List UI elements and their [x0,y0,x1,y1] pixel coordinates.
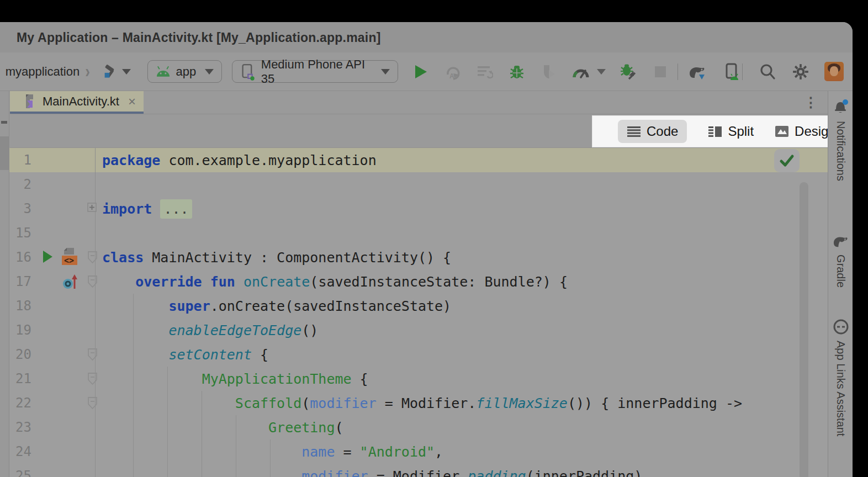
line-number: 25 [9,468,31,477]
code-text: import ... [31,201,192,217]
line-number: 3 [9,201,31,216]
code-token: enableEdgeToEdge [168,322,301,338]
sidebar-item-notifications[interactable]: Notifications [828,98,853,181]
code-token: import [102,201,152,217]
run-button[interactable] [411,62,430,81]
line-number: 20 [9,347,31,362]
code-line-20[interactable]: 20 setContent { [9,342,828,367]
code-line-23[interactable]: 23 Greeting( [9,415,828,439]
tab-title: MainActivity.kt [43,94,119,109]
view-mode-design[interactable]: Design [775,124,836,139]
device-manager-button[interactable] [722,62,741,81]
fold-collapse-icon[interactable] [87,275,98,288]
stop-button[interactable] [651,62,670,81]
fold-collapse-icon[interactable] [87,251,98,264]
attach-debugger-button[interactable] [619,62,638,81]
sync-gradle-button[interactable] [688,62,707,81]
device-phone-icon [240,62,256,81]
tab-close-icon[interactable]: × [128,95,136,108]
code-line-18[interactable]: 18 super.onCreate(savedInstanceState) [9,294,828,318]
module-selector-label: app [176,65,197,79]
code-token: com.example.myapplication [160,152,376,168]
sidebar-item-app-links[interactable]: App Links Assistant [828,319,853,436]
code-token: override [135,274,202,290]
code-token: = Modifier. [368,468,468,477]
line-number: 19 [9,322,31,338]
code-line-24[interactable]: 24 name = "Android", [9,439,828,464]
code-line-1[interactable]: 1package com.example.myapplication [9,148,828,172]
kotlin-class-gutter-icon: <> [57,247,78,267]
svg-text:<>: <> [64,256,74,266]
overrides-method-gutter-icon[interactable] [62,273,80,291]
code-text: modifier = Modifier.padding(innerPadding… [31,468,642,477]
code-token: padding [468,468,526,477]
code-line-15[interactable]: 15 [9,221,828,245]
sidebar-item-gradle[interactable]: Gradle [828,234,853,288]
build-dropdown-caret[interactable] [122,69,131,75]
code-token [202,274,210,290]
apply-changes-restart-button[interactable]: A [443,62,462,81]
apply-code-changes-button[interactable] [475,62,494,81]
toolbar-separator [742,63,743,80]
breadcrumb-chevron-icon: › [85,61,90,82]
code-text: Greeting( [31,420,343,436]
settings-gear-icon[interactable] [791,62,810,81]
stripe-dash-icon [1,121,7,124]
code-token [102,420,268,436]
code-text: name = "Android", [31,444,443,460]
editor-options-kebab-icon[interactable]: ⋮ [804,94,828,110]
code-editor[interactable]: 1package com.example.myapplication23impo… [9,148,828,477]
android-icon [156,66,171,78]
code-token [102,395,235,411]
build-hammer-icon[interactable] [101,62,119,81]
code-line-21[interactable]: 21 MyApplicationTheme { [9,367,828,391]
gutter-separator [95,148,96,477]
device-selector[interactable]: Medium Phone API 35 [232,60,398,83]
main-toolbar: › myapplication › app [0,52,853,91]
line-number: 24 [9,444,31,459]
module-selector[interactable]: app [147,60,223,83]
fold-expand-icon[interactable] [87,203,97,212]
code-line-22[interactable]: 22 Scaffold(modifier = Modifier.fillMaxS… [9,391,828,415]
code-line-17[interactable]: 17 override fun onCreate(savedInstanceSt… [9,269,828,294]
profiler-dropdown-caret[interactable] [597,69,606,75]
stripe-block [0,136,9,170]
code-token: ( [335,420,343,436]
run-shield-button[interactable] [539,62,558,81]
code-token [102,347,168,363]
code-token [102,298,168,314]
search-icon[interactable] [758,62,777,81]
view-mode-code[interactable]: Code [618,120,687,143]
module-dropdown-caret [205,69,214,75]
code-line-3[interactable]: 3import ... [9,197,828,221]
kotlin-file-icon [22,94,37,109]
code-line-19[interactable]: 19 enableEdgeToEdge() [9,318,828,342]
device-selector-label: Medium Phone API 35 [261,57,372,86]
window-title: My Application – MainActivity.kt [My_App… [17,22,381,54]
user-avatar[interactable] [824,62,844,81]
code-line-16[interactable]: 16class MainActivity : ComponentActivity… [9,245,828,269]
code-token: () [301,322,318,338]
code-line-2[interactable]: 2 [9,172,828,197]
code-lines: 1package com.example.myapplication23impo… [9,148,828,477]
code-token: onCreate [244,274,310,290]
stripe-label-gradle: Gradle [834,255,847,288]
line-number: 22 [9,395,31,411]
inspection-status-widget[interactable] [774,149,800,172]
profiler-button[interactable] [571,62,590,81]
left-tool-stripe [0,91,9,477]
code-token [102,371,202,387]
run-class-gutter-icon[interactable] [42,250,54,263]
code-token: ()) { innerPadding -> [568,395,742,411]
tab-mainactivity[interactable]: MainActivity.kt × [10,91,144,114]
fold-collapse-icon[interactable] [87,372,98,385]
code-line-25[interactable]: 25 modifier = Modifier.padding(innerPadd… [9,464,828,477]
editor-scrollbar[interactable] [800,182,808,477]
debug-button[interactable] [507,62,526,81]
breadcrumb[interactable]: myapplication [6,65,80,79]
view-mode-split[interactable]: Split [708,124,754,139]
fold-collapse-icon[interactable] [87,396,98,410]
code-token: { [352,371,368,387]
fold-collapse-icon[interactable] [87,348,98,361]
line-number: 21 [9,371,31,386]
